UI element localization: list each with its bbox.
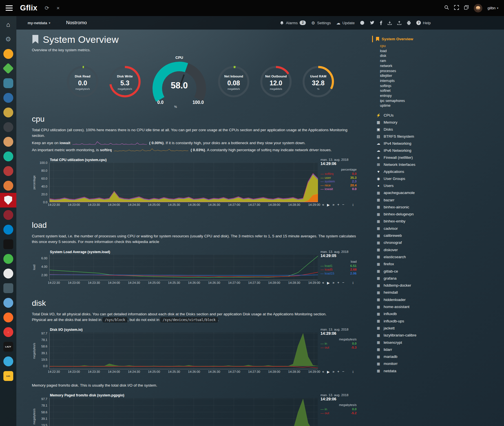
help-button[interactable]: ?Help <box>416 21 431 25</box>
pan-right-icon[interactable]: » <box>333 370 335 374</box>
app-icon-6[interactable] <box>0 120 16 134</box>
nav-app-influxdb[interactable]: ▦influxdb <box>372 310 457 317</box>
nav-app-influxdb-ups[interactable]: ▦influxdb-ups <box>372 317 457 324</box>
zoom-in-icon[interactable]: + <box>337 203 339 207</box>
close-icon[interactable]: × <box>56 5 59 11</box>
disk-io-chart[interactable]: Disk I/O (system.io)megabytes/s97.778.15… <box>32 328 357 375</box>
app-icon-active[interactable] <box>0 193 16 208</box>
net-outbound-gauge[interactable]: Net Outbound12.0megabits/s <box>258 64 293 100</box>
pan-left-icon[interactable]: « <box>322 281 324 285</box>
chart-plot[interactable] <box>49 398 318 426</box>
update-button[interactable]: ☁Update <box>336 21 355 25</box>
app-icon-7[interactable] <box>0 134 16 149</box>
legend-item-load1[interactable]: — load16.51 <box>320 264 357 268</box>
nav-section-memory[interactable]: ▦Memory <box>372 119 457 126</box>
search-icon[interactable] <box>444 5 449 11</box>
nav-app-chronograf[interactable]: ▦chronograf <box>372 239 457 246</box>
menu-icon[interactable] <box>6 5 13 11</box>
nav-item-cpu[interactable]: cpu <box>380 44 457 49</box>
nav-app-binhex-airsonic[interactable]: ▦binhex-airsonic <box>372 204 457 211</box>
pan-left-icon[interactable]: « <box>322 370 324 374</box>
nav-section-users[interactable]: ●Users <box>372 182 457 189</box>
nav-app-firefox[interactable]: ▦firefox <box>372 260 457 267</box>
zoom-in-icon[interactable]: + <box>337 370 339 374</box>
nav-system-overview[interactable]: System Overview <box>372 36 457 42</box>
nav-section-cpus[interactable]: ⚡CPUs <box>372 112 457 119</box>
nav-item-ipc-semaphores[interactable]: ipc semaphores <box>380 99 457 104</box>
nav-section-ipv4-networking[interactable]: ☁IPv4 Networking <box>372 140 457 147</box>
app-icon-1[interactable] <box>0 46 16 61</box>
nav-item-idlejitter[interactable]: idlejitter <box>380 73 457 79</box>
nav-app-home-assistant[interactable]: ▦home-assistant <box>372 303 457 310</box>
fullscreen-icon[interactable] <box>454 5 459 11</box>
nav-app-gitlab-ce[interactable]: ▦gitlab-ce <box>372 267 457 275</box>
play-icon[interactable]: ▶ <box>327 203 330 207</box>
app-icon-5[interactable] <box>0 105 16 120</box>
app-icon-13[interactable] <box>0 222 16 237</box>
nav-section-disks[interactable]: ▣Disks <box>372 126 457 133</box>
legend-item-out[interactable]: — out-5.2 <box>320 411 357 415</box>
nav-item-processes[interactable]: processes <box>380 69 457 74</box>
memory-paged-chart[interactable]: Memory Paged from/to disk (system.pgpgio… <box>32 393 357 426</box>
app-icon-21[interactable]: LAZY <box>0 339 16 354</box>
load-chart[interactable]: System Load Average (system.load)load6.0… <box>32 250 357 286</box>
nav-item-entropy[interactable]: entropy <box>380 93 457 99</box>
disk-read-gauge[interactable]: Disk Read0.0megabytes/s <box>65 64 100 100</box>
export-button[interactable] <box>388 21 392 25</box>
settings-button[interactable]: ⚙Settings <box>311 21 331 25</box>
cpu-chart[interactable]: Total CPU utilization (system.cpu)percen… <box>32 158 357 208</box>
chart-toolbar[interactable]: «▶»+− <box>322 370 344 374</box>
pan-left-icon[interactable]: « <box>322 203 324 207</box>
legend-item-softirq[interactable]: — softirq0.0 <box>320 172 357 176</box>
legend-item-load5[interactable]: — load52.68 <box>320 268 357 272</box>
nav-item-interrupts[interactable]: interrupts <box>380 79 457 84</box>
app-icon-20[interactable]: ↓ <box>0 325 16 339</box>
nav-section-network-interfaces[interactable]: ⊞Network Interfaces <box>372 161 457 168</box>
app-icon-17[interactable] <box>0 281 16 295</box>
twitter-button[interactable] <box>370 21 374 25</box>
nav-item-network[interactable]: network <box>380 64 457 69</box>
zoom-out-icon[interactable]: − <box>342 370 344 374</box>
play-icon[interactable]: ▶ <box>327 281 330 285</box>
nav-item-softnet[interactable]: softnet <box>380 88 457 93</box>
nav-section-btrfs-filesystem[interactable]: ▤BTRFS filesystem <box>372 133 457 140</box>
chart-toolbar[interactable]: «▶»+− <box>322 203 344 207</box>
nav-app-hddtemp-docker[interactable]: ▦hddtemp-docker <box>372 282 457 289</box>
nav-app-mariadb[interactable]: ▦mariadb <box>372 353 457 360</box>
app-icon-3[interactable] <box>0 76 16 90</box>
app-icon-16[interactable] <box>0 266 16 281</box>
refresh-icon[interactable]: ⟳ <box>45 5 49 11</box>
nav-app-cadvisor[interactable]: ▦cadvisor <box>372 225 457 232</box>
app-icon-18[interactable] <box>0 295 16 310</box>
app-icon-8[interactable] <box>0 149 16 164</box>
nav-section-user-groups[interactable]: ◉User Groups <box>372 175 457 182</box>
zoom-out-icon[interactable]: − <box>342 281 344 285</box>
nav-app-bazarr[interactable]: ▦bazarr <box>372 196 457 203</box>
nav-item-uptime[interactable]: uptime <box>380 103 457 108</box>
chart-resize-handle[interactable]: ↕ <box>352 369 354 374</box>
app-icon-12[interactable] <box>0 208 16 222</box>
legend-item-system[interactable]: — system2.3 <box>320 180 357 184</box>
avatar[interactable] <box>474 4 482 12</box>
nav-section-applications[interactable]: ♥Applications <box>372 168 457 175</box>
nav-item-ram[interactable]: ram <box>380 59 457 64</box>
disk-write-gauge[interactable]: Disk Write5.3megabytes/s <box>107 64 142 100</box>
nav-app-calibreweb[interactable]: ▦calibreweb <box>372 232 457 239</box>
nav-app-lazylibrarian-calibre[interactable]: ▦lazylibrarian-calibre <box>372 332 457 339</box>
nav-app-hiddenloader[interactable]: ▦hiddenloader <box>372 296 457 303</box>
used-ram-gauge[interactable]: Used RAM32.8% <box>301 64 336 100</box>
app-icon-14[interactable] <box>0 237 16 251</box>
pan-right-icon[interactable]: » <box>333 203 335 207</box>
github-button[interactable] <box>360 21 364 25</box>
nav-app-elasticsearch[interactable]: ▦elasticsearch <box>372 253 457 260</box>
facebook-button[interactable] <box>380 21 382 25</box>
app-icon-10[interactable] <box>0 178 16 193</box>
chart-toolbar[interactable]: «▶»+− <box>322 281 344 285</box>
net-inbound-gauge[interactable]: Net Inbound0.08megabits/s <box>216 64 251 100</box>
nav-section-firewall-netfilter-[interactable]: ◈Firewall (netfilter) <box>372 154 457 161</box>
user-menu[interactable]: gilbn▾ <box>487 6 498 10</box>
app-icon-19[interactable] <box>0 310 16 325</box>
app-icon-22[interactable] <box>0 354 16 369</box>
nav-item-softirqs[interactable]: softirqs <box>380 84 457 89</box>
nav-app-diskover[interactable]: ▦diskover <box>372 246 457 253</box>
